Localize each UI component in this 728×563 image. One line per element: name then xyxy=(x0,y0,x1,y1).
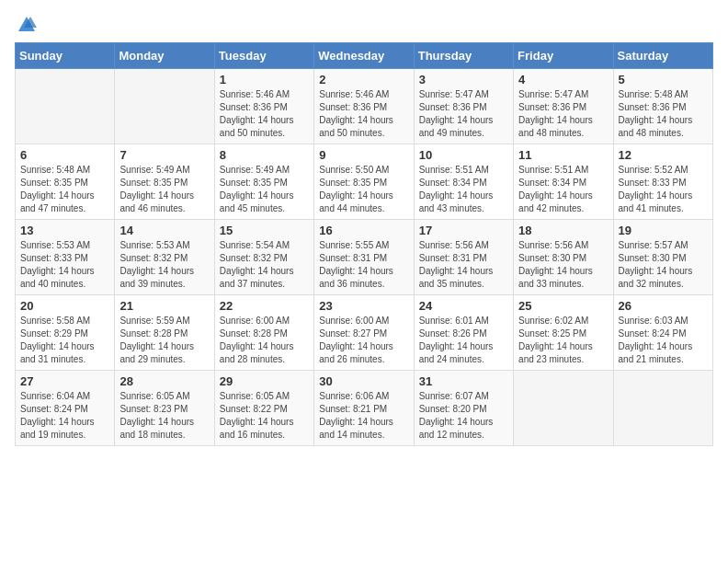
calendar-cell: 15Sunrise: 5:54 AMSunset: 8:32 PMDayligh… xyxy=(214,220,313,295)
cell-sun-info: Sunrise: 5:47 AMSunset: 8:36 PMDaylight:… xyxy=(419,88,508,140)
day-number: 23 xyxy=(319,299,408,313)
cell-sun-info: Sunrise: 5:46 AMSunset: 8:36 PMDaylight:… xyxy=(220,88,309,140)
calendar-cell: 7Sunrise: 5:49 AMSunset: 8:35 PMDaylight… xyxy=(115,144,214,220)
calendar-cell: 26Sunrise: 6:03 AMSunset: 8:24 PMDayligh… xyxy=(613,295,712,371)
day-number: 1 xyxy=(220,73,309,86)
day-number: 8 xyxy=(220,148,309,162)
calendar-cell: 22Sunrise: 6:00 AMSunset: 8:28 PMDayligh… xyxy=(214,295,313,371)
calendar-cell xyxy=(115,69,214,144)
calendar-cell: 16Sunrise: 5:55 AMSunset: 8:31 PMDayligh… xyxy=(314,220,414,295)
cell-sun-info: Sunrise: 6:02 AMSunset: 8:25 PMDaylight:… xyxy=(518,315,608,366)
calendar-cell: 21Sunrise: 5:59 AMSunset: 8:28 PMDayligh… xyxy=(115,295,214,371)
cell-sun-info: Sunrise: 6:03 AMSunset: 8:24 PMDaylight:… xyxy=(619,315,708,366)
calendar-cell: 23Sunrise: 6:00 AMSunset: 8:27 PMDayligh… xyxy=(314,295,414,371)
cell-sun-info: Sunrise: 5:51 AMSunset: 8:34 PMDaylight:… xyxy=(419,164,508,215)
calendar-cell: 5Sunrise: 5:48 AMSunset: 8:36 PMDaylight… xyxy=(613,69,712,144)
day-number: 6 xyxy=(20,148,109,162)
day-number: 30 xyxy=(319,374,408,388)
cell-sun-info: Sunrise: 5:53 AMSunset: 8:33 PMDaylight:… xyxy=(20,239,109,291)
cell-sun-info: Sunrise: 6:01 AMSunset: 8:26 PMDaylight:… xyxy=(419,315,508,366)
cell-sun-info: Sunrise: 6:00 AMSunset: 8:27 PMDaylight:… xyxy=(319,315,408,366)
day-number: 11 xyxy=(518,148,608,162)
day-number: 2 xyxy=(319,73,408,86)
cell-sun-info: Sunrise: 6:00 AMSunset: 8:28 PMDaylight:… xyxy=(220,315,309,366)
logo-icon xyxy=(17,15,37,35)
calendar-cell xyxy=(16,69,115,144)
cell-sun-info: Sunrise: 6:06 AMSunset: 8:21 PMDaylight:… xyxy=(319,390,408,442)
day-number: 7 xyxy=(119,148,209,162)
cell-sun-info: Sunrise: 5:58 AMSunset: 8:29 PMDaylight:… xyxy=(20,315,109,366)
calendar-week-row: 27Sunrise: 6:04 AMSunset: 8:24 PMDayligh… xyxy=(16,371,713,446)
day-number: 13 xyxy=(20,224,109,237)
day-number: 22 xyxy=(220,299,309,313)
day-number: 3 xyxy=(419,73,508,86)
weekday-header: Monday xyxy=(115,43,214,69)
weekday-header: Wednesday xyxy=(314,43,414,69)
day-number: 27 xyxy=(20,374,109,388)
cell-sun-info: Sunrise: 5:48 AMSunset: 8:35 PMDaylight:… xyxy=(20,164,109,215)
cell-sun-info: Sunrise: 6:07 AMSunset: 8:20 PMDaylight:… xyxy=(419,390,508,442)
calendar-cell: 30Sunrise: 6:06 AMSunset: 8:21 PMDayligh… xyxy=(314,371,414,446)
logo xyxy=(15,15,37,31)
calendar-cell: 4Sunrise: 5:47 AMSunset: 8:36 PMDaylight… xyxy=(514,69,613,144)
day-number: 4 xyxy=(518,73,608,86)
cell-sun-info: Sunrise: 5:56 AMSunset: 8:30 PMDaylight:… xyxy=(518,239,608,291)
weekday-header: Tuesday xyxy=(214,43,313,69)
cell-sun-info: Sunrise: 5:52 AMSunset: 8:33 PMDaylight:… xyxy=(619,164,708,215)
calendar-header-row: SundayMondayTuesdayWednesdayThursdayFrid… xyxy=(16,43,713,69)
calendar-week-row: 13Sunrise: 5:53 AMSunset: 8:33 PMDayligh… xyxy=(16,220,713,295)
calendar-cell: 10Sunrise: 5:51 AMSunset: 8:34 PMDayligh… xyxy=(414,144,513,220)
calendar-cell: 20Sunrise: 5:58 AMSunset: 8:29 PMDayligh… xyxy=(16,295,115,371)
day-number: 18 xyxy=(518,224,608,237)
cell-sun-info: Sunrise: 6:04 AMSunset: 8:24 PMDaylight:… xyxy=(20,390,109,442)
day-number: 16 xyxy=(319,224,408,237)
calendar-cell: 12Sunrise: 5:52 AMSunset: 8:33 PMDayligh… xyxy=(613,144,712,220)
calendar-cell: 13Sunrise: 5:53 AMSunset: 8:33 PMDayligh… xyxy=(16,220,115,295)
cell-sun-info: Sunrise: 6:05 AMSunset: 8:23 PMDaylight:… xyxy=(119,390,209,442)
calendar-cell: 28Sunrise: 6:05 AMSunset: 8:23 PMDayligh… xyxy=(115,371,214,446)
cell-sun-info: Sunrise: 5:46 AMSunset: 8:36 PMDaylight:… xyxy=(319,88,408,140)
calendar-cell: 27Sunrise: 6:04 AMSunset: 8:24 PMDayligh… xyxy=(16,371,115,446)
day-number: 19 xyxy=(619,224,708,237)
page-header xyxy=(15,15,713,31)
day-number: 17 xyxy=(419,224,508,237)
cell-sun-info: Sunrise: 5:57 AMSunset: 8:30 PMDaylight:… xyxy=(619,239,708,291)
day-number: 29 xyxy=(220,374,309,388)
day-number: 12 xyxy=(619,148,708,162)
cell-sun-info: Sunrise: 5:55 AMSunset: 8:31 PMDaylight:… xyxy=(319,239,408,291)
cell-sun-info: Sunrise: 5:53 AMSunset: 8:32 PMDaylight:… xyxy=(119,239,209,291)
cell-sun-info: Sunrise: 5:49 AMSunset: 8:35 PMDaylight:… xyxy=(220,164,309,215)
day-number: 21 xyxy=(119,299,209,313)
calendar-cell: 14Sunrise: 5:53 AMSunset: 8:32 PMDayligh… xyxy=(115,220,214,295)
calendar-cell: 1Sunrise: 5:46 AMSunset: 8:36 PMDaylight… xyxy=(214,69,313,144)
calendar-cell: 18Sunrise: 5:56 AMSunset: 8:30 PMDayligh… xyxy=(514,220,613,295)
weekday-header: Friday xyxy=(514,43,613,69)
day-number: 31 xyxy=(419,374,508,388)
calendar-week-row: 1Sunrise: 5:46 AMSunset: 8:36 PMDaylight… xyxy=(16,69,713,144)
cell-sun-info: Sunrise: 5:56 AMSunset: 8:31 PMDaylight:… xyxy=(419,239,508,291)
calendar-cell: 3Sunrise: 5:47 AMSunset: 8:36 PMDaylight… xyxy=(414,69,513,144)
weekday-header: Saturday xyxy=(613,43,712,69)
day-number: 25 xyxy=(518,299,608,313)
calendar-cell xyxy=(613,371,712,446)
day-number: 5 xyxy=(619,73,708,86)
day-number: 15 xyxy=(220,224,309,237)
calendar-cell: 11Sunrise: 5:51 AMSunset: 8:34 PMDayligh… xyxy=(514,144,613,220)
calendar-cell: 19Sunrise: 5:57 AMSunset: 8:30 PMDayligh… xyxy=(613,220,712,295)
day-number: 20 xyxy=(20,299,109,313)
calendar-table: SundayMondayTuesdayWednesdayThursdayFrid… xyxy=(15,42,713,446)
cell-sun-info: Sunrise: 5:49 AMSunset: 8:35 PMDaylight:… xyxy=(119,164,209,215)
cell-sun-info: Sunrise: 6:05 AMSunset: 8:22 PMDaylight:… xyxy=(220,390,309,442)
cell-sun-info: Sunrise: 5:47 AMSunset: 8:36 PMDaylight:… xyxy=(518,88,608,140)
calendar-cell: 6Sunrise: 5:48 AMSunset: 8:35 PMDaylight… xyxy=(16,144,115,220)
weekday-header: Thursday xyxy=(414,43,513,69)
calendar-week-row: 20Sunrise: 5:58 AMSunset: 8:29 PMDayligh… xyxy=(16,295,713,371)
calendar-cell: 8Sunrise: 5:49 AMSunset: 8:35 PMDaylight… xyxy=(214,144,313,220)
cell-sun-info: Sunrise: 5:48 AMSunset: 8:36 PMDaylight:… xyxy=(619,88,708,140)
calendar-cell: 9Sunrise: 5:50 AMSunset: 8:35 PMDaylight… xyxy=(314,144,414,220)
cell-sun-info: Sunrise: 5:50 AMSunset: 8:35 PMDaylight:… xyxy=(319,164,408,215)
calendar-cell: 25Sunrise: 6:02 AMSunset: 8:25 PMDayligh… xyxy=(514,295,613,371)
day-number: 24 xyxy=(419,299,508,313)
calendar-week-row: 6Sunrise: 5:48 AMSunset: 8:35 PMDaylight… xyxy=(16,144,713,220)
day-number: 9 xyxy=(319,148,408,162)
